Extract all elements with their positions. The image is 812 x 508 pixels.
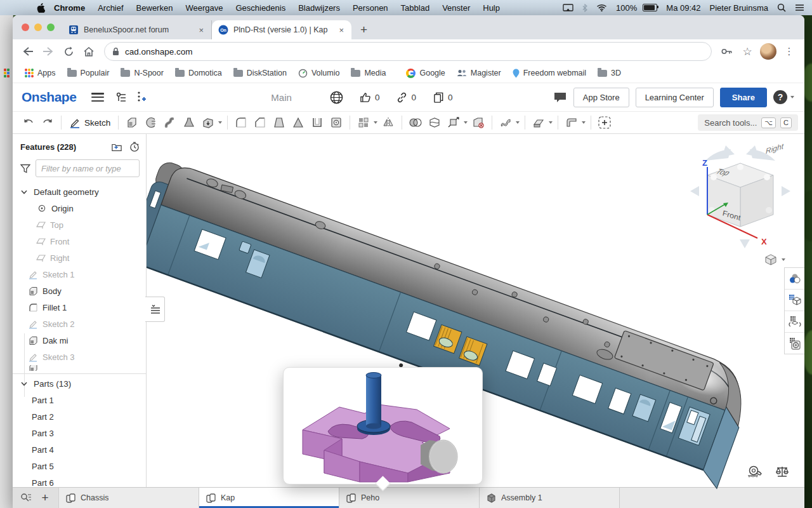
split-icon[interactable] bbox=[427, 115, 442, 130]
browser-tab-onshape[interactable]: On PlnD-Rst (versie 1.0) | Kap × bbox=[212, 20, 351, 39]
boolean-icon[interactable] bbox=[408, 115, 423, 130]
feature-fillet-1[interactable]: Fillet 1 bbox=[13, 299, 146, 316]
add-tab-button[interactable]: + bbox=[37, 490, 53, 505]
rib-icon[interactable] bbox=[291, 115, 306, 130]
chevron-down-icon[interactable] bbox=[516, 121, 520, 124]
chamfer-icon[interactable] bbox=[252, 115, 268, 130]
screen-mirroring-icon[interactable] bbox=[563, 4, 573, 12]
reload-button[interactable] bbox=[60, 43, 77, 60]
chevron-down-icon[interactable] bbox=[374, 121, 377, 124]
new-tab-button[interactable]: + bbox=[351, 23, 376, 37]
spotlight-search-icon[interactable] bbox=[777, 3, 786, 12]
sweep-icon[interactable] bbox=[162, 115, 178, 130]
versions-history-icon[interactable] bbox=[114, 90, 129, 105]
panel-collapse-handle[interactable] bbox=[145, 297, 165, 322]
bookmark-diskstation[interactable]: DiskStation bbox=[228, 69, 292, 77]
bookmark-media[interactable]: Media bbox=[345, 69, 391, 77]
browser-tab-beneluxspoor[interactable]: BeneluxSpoor.net forum × bbox=[62, 20, 212, 39]
profile-avatar[interactable] bbox=[760, 43, 776, 60]
chevron-down-icon[interactable] bbox=[218, 121, 222, 124]
mirror-icon[interactable] bbox=[381, 115, 396, 130]
draft-icon[interactable] bbox=[272, 115, 287, 130]
part-row-1[interactable]: Part 1 bbox=[13, 392, 146, 408]
password-key-icon[interactable] bbox=[718, 43, 736, 60]
surface-icon[interactable] bbox=[498, 115, 513, 130]
linear-pattern-icon[interactable] bbox=[356, 115, 371, 130]
notification-center-icon[interactable] bbox=[795, 4, 804, 11]
forward-button[interactable] bbox=[39, 43, 57, 60]
feature-sketch-3[interactable]: Sketch 3 bbox=[13, 349, 146, 365]
home-button[interactable] bbox=[80, 43, 98, 60]
add-folder-icon[interactable] bbox=[112, 142, 122, 152]
hole-icon[interactable] bbox=[329, 115, 344, 130]
tab-close-icon[interactable]: × bbox=[337, 25, 345, 35]
mate-connector-icon[interactable] bbox=[597, 115, 612, 130]
feature-sketch-1[interactable]: Sketch 1 bbox=[13, 266, 146, 283]
menubar-item-chrome[interactable]: Chrome bbox=[48, 3, 91, 13]
menubar-user[interactable]: Pieter Bruinsma bbox=[710, 3, 768, 13]
rollback-history-icon[interactable] bbox=[129, 142, 140, 152]
feature-plane-front[interactable]: Front bbox=[13, 233, 146, 250]
zoom-window-button[interactable] bbox=[47, 23, 55, 31]
parts-group-header[interactable]: Parts (13) bbox=[13, 375, 146, 392]
menubar-item-venster[interactable]: Venster bbox=[436, 3, 476, 13]
view-cube[interactable]: Top Front Right Z X bbox=[686, 142, 794, 253]
menubar-clock[interactable]: Ma 09:42 bbox=[666, 3, 700, 13]
menubar-item-hulp[interactable]: Hulp bbox=[476, 3, 506, 13]
chevron-down-icon[interactable] bbox=[19, 378, 29, 389]
feature-sketch-2[interactable]: Sketch 2 bbox=[13, 316, 146, 332]
feature-filter-input[interactable] bbox=[36, 159, 140, 177]
delete-face-icon[interactable] bbox=[471, 115, 486, 130]
bookmark-domotica[interactable]: Domotica bbox=[169, 69, 228, 77]
part-row-6[interactable]: Part 6 bbox=[13, 474, 146, 487]
bluetooth-icon[interactable] bbox=[582, 4, 587, 12]
extrude-icon[interactable] bbox=[124, 115, 140, 130]
menubar-item-tabblad[interactable]: Tabblad bbox=[395, 3, 436, 13]
bookmark-freedom-webmail[interactable]: Freedom webmail bbox=[507, 69, 592, 78]
sheet-metal-icon[interactable] bbox=[564, 115, 579, 130]
bookmark-3d[interactable]: 3D bbox=[592, 69, 627, 77]
feature-dak-mi[interactable]: Dak mi bbox=[13, 332, 146, 349]
share-button[interactable]: Share bbox=[720, 88, 767, 107]
part-row-5[interactable]: Part 5 bbox=[13, 458, 146, 474]
part-row-4[interactable]: Part 4 bbox=[13, 441, 146, 458]
menubar-item-personen[interactable]: Personen bbox=[346, 3, 395, 13]
mass-properties-scale-icon[interactable] bbox=[775, 465, 789, 481]
help-menu[interactable]: ? bbox=[773, 90, 796, 104]
likes-counter[interactable]: 0 bbox=[360, 91, 380, 104]
view-options-dropdown[interactable] bbox=[764, 253, 787, 266]
bookmark-volumio[interactable]: Volumio bbox=[292, 69, 345, 78]
chevron-down-icon[interactable] bbox=[549, 121, 553, 124]
learning-center-button[interactable]: Learning Center bbox=[636, 88, 714, 107]
app-store-button[interactable]: App Store bbox=[573, 88, 629, 107]
menubar-item-geschiedenis[interactable]: Geschiedenis bbox=[229, 3, 292, 13]
feature-clipped-row[interactable] bbox=[13, 365, 146, 371]
chevron-down-icon[interactable] bbox=[582, 121, 586, 124]
apple-menu[interactable] bbox=[37, 3, 45, 13]
render-panel-button[interactable] bbox=[785, 333, 804, 354]
revolve-icon[interactable] bbox=[143, 115, 159, 130]
doc-tab-chassis[interactable]: Chassis bbox=[59, 488, 199, 508]
tab-close-icon[interactable]: × bbox=[197, 25, 205, 35]
back-button[interactable] bbox=[19, 43, 37, 60]
configurations-panel-button[interactable] bbox=[785, 290, 804, 311]
chevron-down-icon[interactable] bbox=[464, 121, 468, 124]
bookmark-n-spoor[interactable]: N-Spoor bbox=[115, 69, 169, 77]
search-tabs-icon[interactable] bbox=[18, 490, 34, 505]
bookmark-star-icon[interactable]: ☆ bbox=[738, 43, 756, 60]
window-controls[interactable] bbox=[22, 23, 55, 31]
document-menu-icon[interactable] bbox=[91, 93, 104, 102]
comment-icon[interactable] bbox=[553, 91, 567, 104]
shell-icon[interactable] bbox=[310, 115, 325, 130]
loft-icon[interactable] bbox=[181, 115, 197, 130]
public-globe-icon[interactable] bbox=[330, 91, 343, 104]
search-tools-box[interactable]: Search tools... ⌥ C bbox=[698, 114, 798, 131]
chrome-menu-icon[interactable]: ⋮ bbox=[780, 43, 798, 60]
bookmark-magister[interactable]: Magister bbox=[451, 69, 507, 77]
follow-mode-icon[interactable] bbox=[133, 90, 148, 105]
links-counter[interactable]: 0 bbox=[396, 91, 416, 104]
part-row-2[interactable]: Part 2 bbox=[13, 408, 146, 425]
onshape-logo[interactable]: Onshape bbox=[22, 90, 76, 105]
filter-funnel-icon[interactable] bbox=[20, 163, 30, 173]
redo-icon[interactable] bbox=[40, 115, 55, 130]
